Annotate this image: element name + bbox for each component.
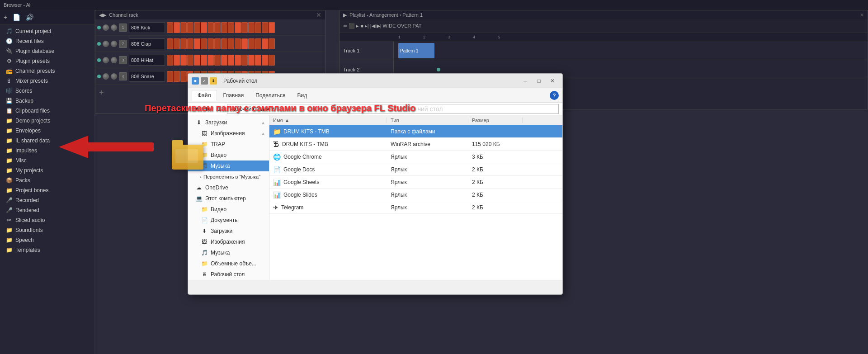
pad[interactable] [228,22,234,33]
pad[interactable] [187,38,193,49]
nav-item-3d[interactable]: 📁 Объемные объе... [188,258,269,269]
sidebar-item-speech[interactable]: 📁 Speech [0,235,94,245]
pad[interactable] [262,22,268,33]
pad[interactable] [241,22,248,33]
pad[interactable] [235,22,241,33]
nav-item-downloads[interactable]: ⬇ Загрузки ▲ [188,117,269,128]
ribbon-tab-file[interactable]: Файл [192,90,217,101]
pad[interactable] [194,22,200,33]
explorer-icon-btn-3[interactable]: ⬇ [210,77,217,85]
pad[interactable] [174,38,180,49]
address-path-bar[interactable]: Рабочий стол ▲▼ [227,104,559,114]
pad[interactable] [180,55,187,66]
back-button[interactable]: ◀ [192,104,201,113]
pad[interactable] [221,55,227,66]
pad[interactable] [180,38,187,49]
channel-led-1[interactable] [97,26,101,29]
sidebar-item-project-bones[interactable]: 📁 Project bones [0,185,94,195]
pad[interactable] [208,38,214,49]
channel-rack-close[interactable]: ✕ [316,11,321,19]
channel-knob-pan-4[interactable] [111,73,117,80]
col-header-size[interactable]: Размер [468,118,523,123]
pad[interactable] [241,38,248,49]
pad[interactable] [235,38,241,49]
up-button[interactable]: ▲ [215,104,224,113]
pad[interactable] [228,55,234,66]
channel-knob-vol-1[interactable] [103,24,109,31]
sidebar-item-packs[interactable]: 📦 Packs [0,175,94,185]
sidebar-item-mixer-presets[interactable]: 🎚 Mixer presets [0,76,94,86]
pad[interactable] [255,22,261,33]
nav-item-downloads2[interactable]: ⬇ Загрузки [188,226,269,236]
channel-btn-3[interactable]: 3 [119,56,127,64]
channel-knob-vol-3[interactable] [103,57,109,63]
sidebar-item-current-project[interactable]: 🎵 Current project [0,26,94,36]
channel-led-4[interactable] [97,75,101,78]
pad[interactable] [167,22,173,33]
sidebar-item-my-projects[interactable]: 📁 My projects [0,165,94,175]
explorer-icon-btn-1[interactable]: ■ [192,77,199,85]
sidebar-item-rendered[interactable]: 🎤 Rendered [0,205,94,215]
nav-item-onedrive[interactable]: ☁ OneDrive [188,182,269,193]
pad[interactable] [167,71,173,82]
nav-item-images2[interactable]: 🖼 Изображения [188,236,269,247]
file-row-google-chrome[interactable]: 🌐 Google Chrome Ярлык 3 КБ [269,151,562,163]
sidebar-item-recorded[interactable]: 🎤 Recorded [0,195,94,205]
col-header-name[interactable]: Имя ▲ [269,118,387,123]
sidebar-item-recent-files[interactable]: 🕐 Recent files [0,36,94,46]
pad[interactable] [187,55,193,66]
forward-button[interactable]: ▶ [203,104,212,113]
pad[interactable] [180,22,187,33]
sidebar-item-channel-presets[interactable]: 📻 Channel presets [0,66,94,76]
pad[interactable] [248,38,255,49]
address-sort-icon[interactable]: ▲▼ [266,106,275,111]
help-button[interactable]: ? [550,91,559,100]
file-row-google-slides[interactable]: 📊 Google Slides Ярлык 2 КБ [269,189,562,201]
nav-item-desktop[interactable]: 🖥 Рабочий стол [188,269,269,280]
pad[interactable] [194,38,200,49]
pattern-block-1[interactable]: Pattern 1 [398,43,434,58]
nav-item-music2[interactable]: 🎵 Музыка [188,247,269,258]
col-header-type[interactable]: Тип [387,118,468,123]
file-row-drum-kits-rar[interactable]: 🗜 DRUM KITS - TMB WinRAR archive 115 020… [269,138,562,151]
pad[interactable] [187,22,193,33]
channel-knob-vol-4[interactable] [103,73,109,80]
speaker-icon[interactable]: 🔊 [26,14,33,21]
sidebar-item-sliced-audio[interactable]: ✂ Sliced audio [0,215,94,225]
nav-item-video2[interactable]: 📁 Видео [188,204,269,215]
channel-knob-pan-3[interactable] [111,57,117,63]
pad[interactable] [167,55,173,66]
file-icon[interactable]: 📄 [13,14,20,21]
pad[interactable] [174,55,180,66]
ribbon-tab-share[interactable]: Поделиться [250,90,291,100]
pad[interactable] [221,38,227,49]
pad[interactable] [167,38,173,49]
file-row-google-docs[interactable]: 📄 Google Docs Ярлык 2 КБ [269,163,562,176]
ribbon-tab-home[interactable]: Главная [218,90,250,100]
pad[interactable] [208,22,214,33]
playlist-close[interactable]: ✕ [860,12,864,18]
file-row-telegram[interactable]: ✈ Telegram Ярлык 2 КБ [269,201,562,214]
ribbon-tab-view[interactable]: Вид [292,90,312,100]
nav-item-images[interactable]: 🖼 Изображения ▲ [188,128,269,139]
pad[interactable] [214,38,221,49]
pad[interactable] [214,55,221,66]
pad[interactable] [248,55,255,66]
pad[interactable] [208,55,214,66]
pad[interactable] [214,22,221,33]
pad[interactable] [180,71,187,82]
minimize-button[interactable]: ─ [519,76,532,85]
pad[interactable] [201,55,207,66]
close-button[interactable]: ✕ [546,76,559,85]
channel-led-3[interactable] [97,58,101,62]
pad[interactable] [248,22,255,33]
pad[interactable] [241,55,248,66]
sidebar-item-clipboard[interactable]: 📋 Clipboard files [0,106,94,116]
nav-item-documents[interactable]: 📄 Документы [188,215,269,226]
pad[interactable] [174,71,180,82]
explorer-icon-btn-2[interactable]: ✓ [201,77,208,85]
pad[interactable] [269,38,275,49]
pad[interactable] [221,22,227,33]
sidebar-item-plugin-database[interactable]: 🔌 Plugin database [0,46,94,56]
pad[interactable] [255,55,261,66]
